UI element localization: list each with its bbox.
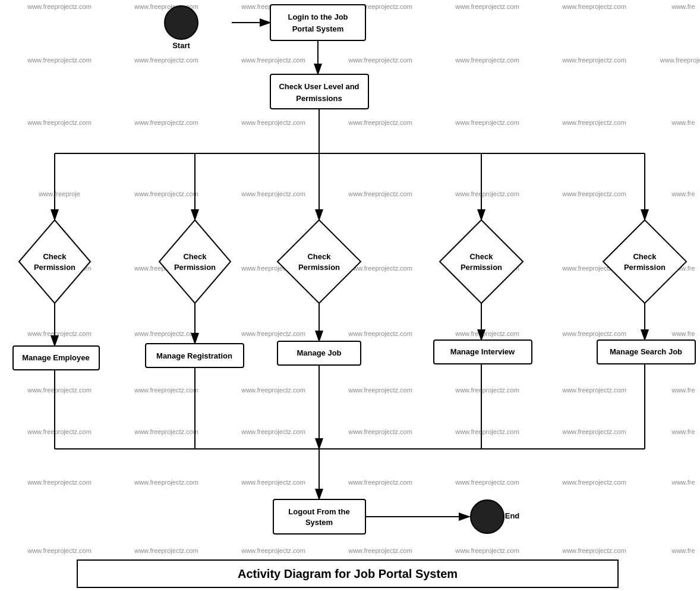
check-perm-label-4a: Check	[469, 252, 493, 261]
wm-r8-4: www.freeprojectz.com	[348, 428, 412, 435]
wm-r4-4: www.freeprojectz.com	[348, 190, 412, 197]
wm-r9-4: www.freeprojectz.com	[348, 479, 412, 486]
wm-r8-2: www.freeprojectz.com	[134, 428, 198, 435]
manage-employee-label: Manage Employee	[22, 353, 89, 362]
watermark-1: www.freeprojectz.com	[27, 3, 92, 10]
wm-r7-2: www.freeprojectz.com	[134, 386, 198, 394]
wm-r4-7: www.fre	[671, 190, 695, 197]
wm-r6-4: www.freeprojectz.com	[348, 330, 412, 337]
wm-r10-4: www.freeprojectz.com	[348, 547, 412, 554]
wm-r3-4: www.freeprojectz.com	[348, 119, 412, 126]
check-perm-diamond-5	[603, 220, 686, 303]
check-perm-diamond-3	[278, 220, 361, 303]
wm-r7-4: www.freeprojectz.com	[348, 386, 412, 394]
wm-r7-3: www.freeprojectz.com	[241, 386, 305, 394]
start-circle	[165, 6, 198, 39]
end-label: End	[505, 511, 520, 520]
check-perm-label-5b: Permission	[624, 263, 666, 272]
wm-r3-7: www.fre	[671, 119, 695, 126]
check-user-label-2: Permissions	[296, 94, 342, 103]
wm-r8-3: www.freeprojectz.com	[241, 428, 305, 435]
wm-r4-1: www.freeproje	[38, 190, 80, 197]
check-perm-label-1a: Check	[43, 252, 67, 261]
wm-r3-5: www.freeprojectz.com	[455, 119, 519, 126]
check-perm-diamond-4	[440, 220, 523, 303]
wm-r4-2: www.freeprojectz.com	[134, 190, 198, 197]
check-perm-label-3a: Check	[307, 252, 331, 261]
wm-r6-3: www.freeprojectz.com	[241, 330, 305, 337]
wm-r9-2: www.freeprojectz.com	[134, 479, 198, 486]
wm-r7-7: www.fre	[671, 386, 695, 394]
wm-r4-5: www.freeprojectz.com	[455, 190, 519, 197]
login-box	[270, 5, 365, 40]
logout-label-2: System	[305, 518, 333, 527]
check-perm-label-5a: Check	[633, 252, 657, 261]
watermark-5: www.freeprojectz.com	[455, 3, 519, 10]
wm-r2-5: www.freeprojectz.com	[455, 56, 519, 64]
manage-interview-label: Manage Interview	[450, 347, 515, 356]
wm-r2-1: www.freeprojectz.com	[27, 56, 92, 64]
wm-r7-5: www.freeprojectz.com	[455, 386, 519, 394]
wm-r9-7: www.fre	[671, 479, 695, 486]
wm-r4-3: www.freeprojectz.com	[241, 190, 305, 197]
check-perm-diamond-1	[19, 220, 90, 303]
check-perm-label-2a: Check	[183, 252, 207, 261]
wm-r8-5: www.freeprojectz.com	[455, 428, 519, 435]
wm-r2-6: www.freeprojectz.com	[562, 56, 626, 64]
wm-r2-4: www.freeprojectz.com	[348, 56, 412, 64]
wm-r7-1: www.freeprojectz.com	[27, 386, 92, 394]
wm-r8-1: www.freeprojectz.com	[27, 428, 92, 435]
wm-r3-6: www.freeprojectz.com	[562, 119, 626, 126]
wm-r9-5: www.freeprojectz.com	[455, 479, 519, 486]
footer-title: Activity Diagram for Job Portal System	[238, 567, 458, 580]
wm-r10-2: www.freeprojectz.com	[134, 547, 198, 554]
watermark-6: www.freeprojectz.com	[562, 3, 626, 10]
wm-r3-3: www.freeprojectz.com	[241, 119, 305, 126]
wm-r3-1: www.freeprojectz.com	[27, 119, 92, 126]
diagram-container: www.freeprojectz.com www.freeprojectz.co…	[0, 0, 700, 591]
check-perm-label-4b: Permission	[461, 263, 502, 272]
login-label-2: Portal System	[292, 24, 344, 33]
check-perm-label-1b: Permission	[34, 263, 75, 272]
wm-r6-6: www.freeprojectz.com	[562, 330, 626, 337]
check-user-label-1: Check User Level and	[279, 82, 359, 91]
wm-r6-2: www.freeprojectz.com	[134, 330, 198, 337]
end-circle	[471, 500, 504, 533]
start-label: Start	[172, 41, 190, 50]
wm-r9-1: www.freeprojectz.com	[27, 479, 92, 486]
manage-job-label: Manage Job	[297, 348, 341, 357]
wm-r10-7: www.fre	[671, 547, 695, 554]
manage-search-job-label: Manage Search Job	[610, 347, 682, 356]
wm-r2-7: www.freeproject	[660, 56, 700, 64]
check-user-box	[270, 74, 368, 109]
wm-r2-2: www.freeprojectz.com	[134, 56, 198, 64]
wm-r10-1: www.freeprojectz.com	[27, 547, 92, 554]
wm-r10-5: www.freeprojectz.com	[455, 547, 519, 554]
wm-r2-3: www.freeprojectz.com	[241, 56, 305, 64]
login-label-1: Login to the Job	[288, 12, 348, 21]
wm-r10-3: www.freeprojectz.com	[241, 547, 305, 554]
manage-registration-label: Manage Registration	[156, 351, 232, 360]
wm-r8-6: www.freeprojectz.com	[562, 428, 626, 435]
check-perm-label-2b: Permission	[174, 263, 216, 272]
check-perm-label-3b: Permission	[298, 263, 340, 272]
logout-box	[273, 499, 365, 534]
wm-r6-5: www.freeprojectz.com	[455, 330, 519, 337]
wm-r6-7: www.fre	[671, 330, 695, 337]
wm-r10-6: www.freeprojectz.com	[562, 547, 626, 554]
wm-r7-6: www.freeprojectz.com	[562, 386, 626, 394]
watermark-7: www.fre	[671, 3, 695, 10]
wm-r3-2: www.freeprojectz.com	[134, 119, 198, 126]
check-perm-diamond-2	[159, 220, 231, 303]
wm-r6-1: www.freeprojectz.com	[27, 330, 92, 337]
wm-r8-7: www.fre	[671, 428, 695, 435]
wm-r9-6: www.freeprojectz.com	[562, 479, 626, 486]
wm-r4-6: www.freeprojectz.com	[562, 190, 626, 197]
wm-r9-3: www.freeprojectz.com	[241, 479, 305, 486]
logout-label-1: Logout From the	[288, 507, 349, 516]
